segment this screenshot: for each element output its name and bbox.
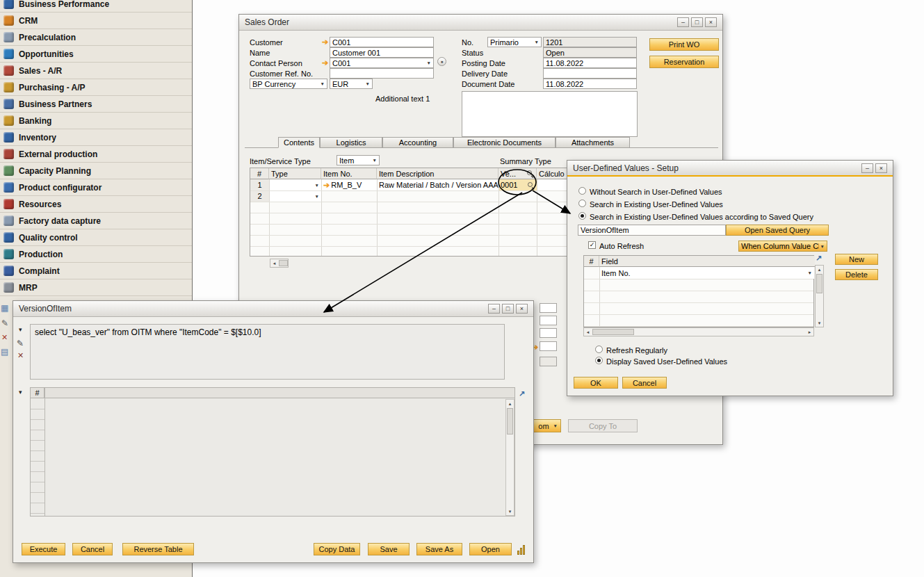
item-no-cell[interactable]: ➔ RM_B_V [321,179,377,190]
series-select[interactable]: Primario ▼ [487,37,542,47]
tab-logistics[interactable]: Logistics [320,137,382,148]
sql-editor[interactable]: select "U_beas_ver" from OITM where "Ite… [30,324,505,380]
radio-search-existing[interactable] [578,200,586,207]
radio-refresh-regularly[interactable] [595,346,603,353]
customer-input[interactable]: C001 [330,37,434,47]
sidebar-item-crm[interactable]: CRM [0,13,192,29]
scroll-left-icon[interactable]: ◂ [584,328,592,336]
save-as-button[interactable]: Save As [416,543,462,555]
minimize-icon[interactable]: – [677,17,689,27]
type-cell-select[interactable]: ▼ [269,179,321,190]
close-icon[interactable]: × [516,304,528,314]
delete-button[interactable]: Delete [835,269,878,280]
saved-query-input[interactable]: VersionOfItem [578,225,726,236]
scroll-thumb[interactable] [592,329,634,335]
sidebar-item-factory-data-capture[interactable]: Factory data capture [0,213,192,229]
type-cell-select[interactable]: ▼ [269,190,321,202]
total-field[interactable] [540,341,557,351]
scroll-thumb[interactable] [507,408,513,434]
version-cell[interactable]: 0001 [499,179,537,190]
sidebar-item-quality-control[interactable]: Quality control [0,229,192,246]
total-field[interactable] [540,328,557,338]
sidebar-item-product-configurator[interactable]: Product configurator [0,179,192,196]
description-cell[interactable]: Raw Material / Batch / Version AAA [377,179,499,190]
collapse-results-icon[interactable]: ▾ [19,389,22,396]
name-input[interactable]: Customer 001 [330,47,434,58]
tab-electronic-documents[interactable]: Electronic Documents [453,137,556,148]
sidebar-item-resources[interactable]: Resources [0,196,192,213]
link-arrow-icon[interactable]: ➔ [322,59,328,67]
scroll-thumb[interactable] [816,274,822,293]
udv-h-scrollbar[interactable]: ◂ ▸ [583,327,814,336]
results-v-scrollbar[interactable]: ▴ ▾ [505,399,514,516]
col-header-description[interactable]: Item Description [377,168,499,179]
delivery-date-input[interactable] [543,68,637,79]
ok-button[interactable]: OK [574,377,618,389]
save-button[interactable]: Save [368,543,410,555]
sidebar-item-capacity-planning[interactable]: Capacity Planning [0,163,192,179]
auto-refresh-checkbox[interactable]: ✓ [588,241,596,249]
sidebar-item-production[interactable]: Production [0,246,192,263]
maximize-icon[interactable]: □ [502,304,514,314]
cancel-button[interactable]: Cancel [622,377,667,389]
copy-data-button[interactable]: Copy Data [314,543,360,555]
sidebar-item-purchasing-a-p[interactable]: Purchasing - A/P [0,79,192,96]
collapse-sql-icon[interactable]: ▾ [19,326,22,333]
minimize-icon[interactable]: – [488,304,500,314]
udv-titlebar[interactable]: User-Defined Values - Setup – × [567,161,893,177]
scroll-down-icon[interactable]: ▾ [506,507,514,515]
radio-without-search[interactable] [578,187,586,195]
contact-person-select[interactable]: C001 ▼ [330,58,434,68]
item-service-type-select[interactable]: Item ▼ [337,155,380,165]
expand-icon[interactable]: ↗ [816,254,822,263]
sidebar-item-inventory[interactable]: Inventory [0,129,192,146]
posting-date-input[interactable]: 11.08.2022 [543,58,637,68]
minimize-icon[interactable]: – [861,163,873,173]
tab-contents[interactable]: Contents [278,137,320,148]
chart-icon[interactable] [517,544,526,555]
sidebar-item-banking[interactable]: Banking [0,113,192,129]
sidebar-item-external-production[interactable]: External production [0,146,192,163]
refresh-trigger-select[interactable]: When Column Value Cha ▼ [738,241,827,252]
link-arrow-icon[interactable]: ➔ [323,181,330,190]
query-window-titlebar[interactable]: VersionOfItem – □ × [13,301,533,317]
total-field[interactable] [540,303,557,313]
reverse-table-button[interactable]: Reverse Table [122,543,194,555]
execute-button[interactable]: Execute [22,543,65,555]
udv-v-scrollbar[interactable]: ▴ ▾ [815,265,824,327]
scroll-thumb[interactable] [279,260,288,266]
expand-icon[interactable]: ↗ [519,389,525,398]
col-header-num[interactable]: # [250,168,269,179]
total-field[interactable] [540,316,557,325]
link-arrow-icon[interactable]: ➔ [322,38,328,46]
new-button[interactable]: New [835,254,878,265]
copy-to-button[interactable]: Copy To [568,419,638,432]
bp-currency-select[interactable]: BP Currency ▼ [250,79,327,89]
sidebar-item-precalculation[interactable]: Precalculation [0,29,192,46]
maximize-icon[interactable]: □ [691,17,703,27]
scroll-right-icon[interactable]: ▸ [806,328,813,336]
close-icon[interactable]: × [705,17,717,27]
open-saved-query-button[interactable]: Open Saved Query [726,225,829,236]
document-date-input[interactable]: 11.08.2022 [543,79,637,89]
scroll-up-icon[interactable]: ▴ [816,266,823,273]
close-icon[interactable]: × [875,163,887,173]
grid-icon[interactable]: ▦ [1,303,8,313]
customer-ref-input[interactable] [330,68,434,79]
print-wo-button[interactable]: Print WO [649,38,719,51]
matrix-h-scrollbar[interactable]: ◂ [270,259,289,268]
edit-pencil-icon[interactable]: ✎ [1,318,8,328]
tab-attachments[interactable]: Attachments [556,137,630,148]
col-header-item-no[interactable]: Item No. [321,168,377,179]
currency-select[interactable]: EUR ▼ [330,79,373,89]
sales-order-titlebar[interactable]: Sales Order – □ × [239,15,722,31]
tab-accounting[interactable]: Accounting [382,137,453,148]
sidebar-item-sales-a-r[interactable]: Sales - A/R [0,63,192,79]
search-icon[interactable] [527,181,535,189]
radio-search-saved-query[interactable] [578,212,586,220]
sidebar-item-mrp[interactable]: MRP [0,279,192,296]
delete-x-icon[interactable]: ✕ [1,333,8,342]
col-header-version[interactable]: Ve... [499,168,537,179]
col-header-type[interactable]: Type [269,168,321,179]
cancel-button[interactable]: Cancel [72,543,113,555]
